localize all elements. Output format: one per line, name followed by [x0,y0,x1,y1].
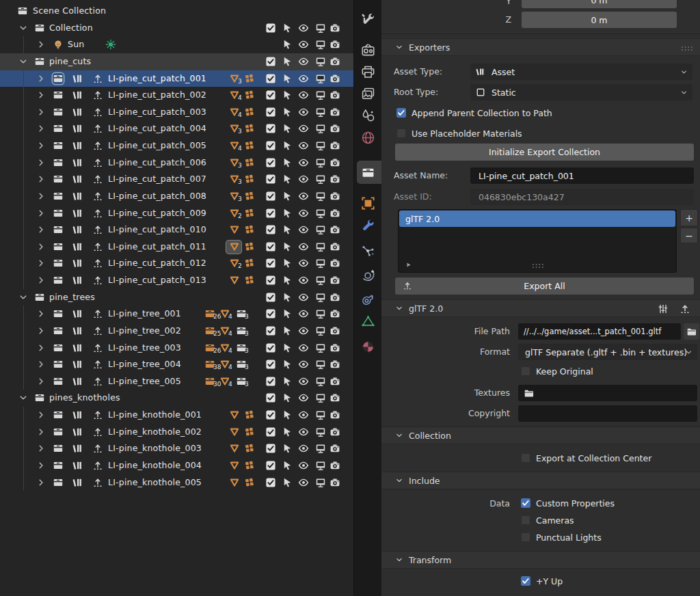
hide-eye-icon[interactable] [298,241,309,252]
render-visibility-icon[interactable] [329,275,340,286]
tab-modifiers[interactable] [361,219,375,233]
selection-cursor-icon[interactable] [282,157,293,168]
use-placeholder-checkbox[interactable] [396,128,406,138]
render-visibility-icon[interactable] [329,258,340,269]
selectable-checkbox-icon[interactable] [265,107,276,118]
render-visibility-icon[interactable] [329,443,340,454]
include-checkbox-custom-properties[interactable] [521,498,530,508]
render-visibility-icon[interactable] [329,460,340,471]
exporters-panel-header[interactable]: Exporters [381,38,700,56]
selectable-checkbox-icon[interactable] [265,292,276,303]
render-visibility-icon[interactable] [329,359,340,370]
outliner-row[interactable]: LI-pine_cut_patch_0043 [0,120,353,137]
selection-cursor-icon[interactable] [282,460,293,471]
tab-view-layer[interactable] [361,87,375,101]
render-visibility-icon[interactable] [329,90,340,100]
collapse-chevron-icon[interactable] [18,293,28,302]
selection-cursor-icon[interactable] [282,39,293,50]
collapse-chevron-icon[interactable] [18,393,28,403]
viewport-visibility-icon[interactable] [315,140,326,151]
viewport-visibility-icon[interactable] [315,23,326,33]
tab-output[interactable] [361,65,375,79]
hide-eye-icon[interactable] [298,208,309,219]
collection-section-header[interactable]: Collection [381,426,700,444]
outliner-row[interactable]: LI-pine_knothole_004 [0,457,353,474]
hide-eye-icon[interactable] [298,443,309,454]
render-visibility-icon[interactable] [329,23,340,33]
selectable-checkbox-icon[interactable] [265,258,276,269]
selectable-checkbox-icon[interactable] [265,208,276,219]
selectable-checkbox-icon[interactable] [265,23,276,33]
render-visibility-icon[interactable] [329,140,340,151]
selectable-checkbox-icon[interactable] [265,342,276,353]
selection-cursor-icon[interactable] [282,426,293,437]
viewport-visibility-icon[interactable] [315,208,326,219]
hide-eye-icon[interactable] [298,409,309,420]
outliner-row[interactable]: pine_cuts [0,53,353,70]
tab-scene[interactable] [361,109,375,123]
render-visibility-icon[interactable] [329,208,340,219]
viewport-visibility-icon[interactable] [315,443,326,454]
render-visibility-icon[interactable] [329,123,340,134]
outliner-row[interactable]: LI-pine_cut_patch_0034 [0,104,353,121]
hide-eye-icon[interactable] [298,359,309,370]
selectable-checkbox-icon[interactable] [265,140,276,151]
outliner-row[interactable]: LI-pine_cut_patch_013 [0,272,353,289]
viewport-visibility-icon[interactable] [315,39,326,50]
y-up-checkbox[interactable] [521,576,530,586]
drag-grip-icon[interactable] [681,45,693,52]
viewport-visibility-icon[interactable] [315,342,326,353]
expand-chevron-icon[interactable] [36,377,46,386]
hide-eye-icon[interactable] [298,73,309,84]
asset-type-dropdown[interactable]: Asset [470,64,692,80]
render-visibility-icon[interactable] [329,224,340,235]
selection-cursor-icon[interactable] [282,477,293,488]
hide-eye-icon[interactable] [298,123,309,134]
append-parent-checkbox[interactable] [396,108,406,118]
tab-world[interactable] [361,131,375,145]
expand-chevron-icon[interactable] [36,158,46,167]
exporter-list-item[interactable]: glTF 2.0 [399,211,675,227]
y-value-slider[interactable]: 0 m [522,0,677,8]
selection-cursor-icon[interactable] [282,275,293,286]
selection-cursor-icon[interactable] [282,308,293,319]
hide-eye-icon[interactable] [298,157,309,168]
expand-chevron-icon[interactable] [36,258,46,268]
viewport-visibility-icon[interactable] [315,123,326,134]
selection-cursor-icon[interactable] [282,191,293,202]
expand-chevron-icon[interactable] [36,427,46,437]
expand-chevron-icon[interactable] [36,444,46,453]
selectable-checkbox-icon[interactable] [265,359,276,370]
expand-chevron-icon[interactable] [36,410,46,420]
viewport-visibility-icon[interactable] [315,73,326,84]
tab-material[interactable] [361,340,375,354]
file-path-input[interactable]: //../../game/asset...t_patch_001.gltf [518,323,681,340]
outliner-row[interactable]: LI-pine_cut_patch_0063 [0,154,353,172]
export-all-button[interactable]: Export All [395,277,694,295]
copyright-input[interactable] [518,405,697,422]
selection-cursor-icon[interactable] [282,409,293,420]
format-dropdown[interactable]: glTF Separate (.gltf + .bin + textures) [518,344,697,360]
selection-cursor-icon[interactable] [282,174,293,185]
outliner-row[interactable]: LI-pine_cut_patch_0122 [0,255,353,272]
outliner-row[interactable]: LI-pine_knothole_002 [0,424,353,441]
selectable-checkbox-icon[interactable] [265,392,276,403]
outliner-row[interactable]: LI-pine_tree_0012643 [0,306,353,323]
selectable-checkbox-icon[interactable] [265,409,276,420]
hide-eye-icon[interactable] [298,174,309,185]
outliner-row[interactable]: LI-pine_tree_0043843 [0,356,353,373]
keep-original-checkbox[interactable] [521,366,530,376]
selection-cursor-icon[interactable] [282,224,293,235]
viewport-visibility-icon[interactable] [315,325,326,336]
selection-cursor-icon[interactable] [282,443,293,454]
render-visibility-icon[interactable] [329,157,340,168]
expand-chevron-icon[interactable] [36,40,46,49]
export-center-checkbox[interactable] [521,453,530,463]
expand-chevron-icon[interactable] [36,141,46,150]
selection-cursor-icon[interactable] [282,376,293,387]
selection-cursor-icon[interactable] [282,325,293,336]
render-visibility-icon[interactable] [329,73,340,84]
selectable-checkbox-icon[interactable] [265,275,276,286]
selectable-checkbox-icon[interactable] [265,308,276,319]
render-visibility-icon[interactable] [329,308,340,319]
